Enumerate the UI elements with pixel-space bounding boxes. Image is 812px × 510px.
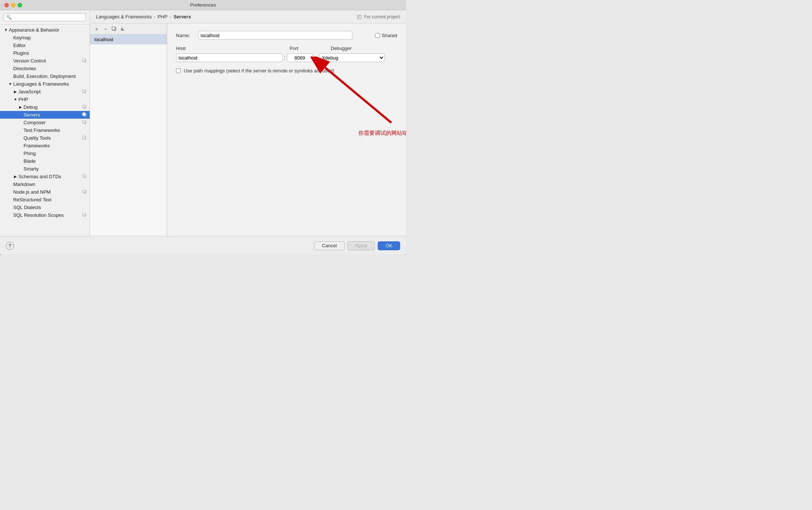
sidebar-item-nodejs-npm[interactable]: Node.js and NPM <box>0 188 90 196</box>
annotation-text: 你需要调试的网站端口 <box>358 130 406 137</box>
svg-rect-5 <box>83 105 85 108</box>
debugger-select[interactable]: XdebugZend Debugger <box>319 53 385 62</box>
sidebar-item-sql-dialects[interactable]: SQL Dialects <box>0 204 90 211</box>
breadcrumb-part3: Servers <box>173 14 191 19</box>
remove-server-button[interactable]: − <box>102 25 109 33</box>
sidebar-item-quality-tools[interactable]: Quality Tools <box>0 134 90 142</box>
ok-button[interactable]: OK <box>378 241 400 250</box>
sidebar-item-sql-resolution-scopes[interactable]: SQL Resolution Scopes <box>0 211 90 219</box>
sidebar-item-blade[interactable]: Blade <box>0 157 90 165</box>
svg-rect-18 <box>358 15 361 19</box>
arrow-icon: ▶ <box>13 175 18 179</box>
sidebar-item-label: Editor <box>13 43 87 48</box>
sidebar-item-php[interactable]: ▼PHP <box>0 96 90 103</box>
copy-icon <box>82 174 87 179</box>
arrow-icon: ▼ <box>13 97 18 102</box>
sidebar-item-frameworks[interactable]: Frameworks <box>0 142 90 150</box>
help-button[interactable]: ? <box>6 242 14 250</box>
sidebar-item-keymap[interactable]: Keymap <box>0 34 90 42</box>
port-input[interactable] <box>287 53 313 62</box>
arrow-icon: ▶ <box>18 105 23 109</box>
sidebar-item-version-control[interactable]: Version Control <box>0 57 90 65</box>
arrow-icon: ▶ <box>13 90 18 94</box>
host-input[interactable] <box>176 53 283 62</box>
main-content: Languages & Frameworks › PHP › Servers F… <box>90 10 406 236</box>
sidebar-item-languages-frameworks[interactable]: ▼Languages & Frameworks <box>0 80 90 88</box>
close-button[interactable] <box>4 3 9 7</box>
cancel-button[interactable]: Cancel <box>314 241 344 250</box>
sidebar-item-label: Build, Execution, Deployment <box>13 73 87 79</box>
arrow-icon: ▼ <box>4 28 8 32</box>
sidebar-item-servers[interactable]: Servers <box>0 111 90 119</box>
minimize-button[interactable] <box>11 3 15 7</box>
sidebar-item-debug[interactable]: ▶Debug <box>0 103 90 111</box>
port-col-label: Port <box>290 46 323 51</box>
sidebar-item-label: Directories <box>13 66 87 71</box>
colon-separator: : <box>283 55 287 61</box>
name-label: Name: <box>176 33 194 38</box>
sidebar-item-composer[interactable]: Composer <box>0 119 90 126</box>
breadcrumb-part2: PHP <box>158 14 168 19</box>
search-input[interactable] <box>4 13 86 21</box>
sidebar-item-label: Servers <box>24 112 82 118</box>
maximize-button[interactable] <box>18 3 22 7</box>
window-title: Preferences <box>190 2 216 8</box>
copy-icon <box>82 213 87 218</box>
server-list-panel: + − localhost <box>90 24 167 236</box>
copy-icon <box>82 190 87 195</box>
apply-button[interactable]: Apply <box>348 241 375 250</box>
copy-icon <box>82 105 87 110</box>
breadcrumb-sep1: › <box>154 14 155 19</box>
copy-icon <box>82 112 87 118</box>
path-mappings-row: Use path mappings (select if the server … <box>176 68 397 73</box>
sidebar-search-container <box>0 10 90 25</box>
svg-rect-9 <box>83 121 85 123</box>
sidebar-item-label: Schemas and DTDs <box>18 174 82 179</box>
for-project-label: For current project <box>357 14 400 19</box>
sidebar-item-plugins[interactable]: Plugins <box>0 49 90 57</box>
copy-icon <box>82 58 87 64</box>
svg-rect-11 <box>83 136 85 139</box>
sidebar-item-schemas-dtds[interactable]: ▶Schemas and DTDs <box>0 173 90 180</box>
server-list-item[interactable]: localhost <box>90 35 167 44</box>
server-panel: + − localhost <box>90 24 406 236</box>
sidebar-item-javascript[interactable]: ▶JavaScript <box>0 88 90 96</box>
sidebar-item-label: Frameworks <box>24 143 87 148</box>
sidebar-item-test-frameworks[interactable]: Test Frameworks <box>0 126 90 134</box>
bottom-right-buttons: Cancel Apply OK <box>314 241 400 250</box>
title-bar: Preferences <box>0 0 406 10</box>
sidebar-item-label: ReStructured Text <box>13 197 87 202</box>
bottom-bar: ? Cancel Apply OK <box>0 236 406 255</box>
sidebar-item-label: Phing <box>24 151 87 156</box>
sidebar-item-label: JavaScript <box>18 89 82 94</box>
sidebar-item-label: SQL Dialects <box>13 205 87 210</box>
copy-icon <box>82 120 87 125</box>
svg-rect-15 <box>83 190 85 193</box>
sidebar: ▼Appearance & BehaviorKeymapEditorPlugin… <box>0 10 90 236</box>
sidebar-item-smarty[interactable]: Smarty <box>0 165 90 173</box>
svg-line-24 <box>325 68 391 123</box>
name-row: Name: Shared <box>176 31 397 40</box>
sidebar-item-directories[interactable]: Directories <box>0 65 90 72</box>
column-labels: Host Port Debugger <box>176 46 397 51</box>
sidebar-item-restructured-text[interactable]: ReStructured Text <box>0 196 90 204</box>
sidebar-item-build-exec-deploy[interactable]: Build, Execution, Deployment <box>0 72 90 80</box>
breadcrumb: Languages & Frameworks › PHP › Servers F… <box>90 10 406 24</box>
path-mappings-checkbox[interactable] <box>176 68 181 73</box>
sidebar-item-appearance-behavior[interactable]: ▼Appearance & Behavior <box>0 26 90 34</box>
sidebar-item-label: PHP <box>18 97 87 102</box>
import-server-button[interactable] <box>119 25 127 33</box>
host-port-row: : XdebugZend Debugger <box>176 53 397 62</box>
sidebar-item-label: Version Control <box>13 58 82 64</box>
sidebar-item-editor[interactable]: Editor <box>0 42 90 49</box>
sidebar-item-label: Blade <box>24 158 87 164</box>
copy-server-button[interactable] <box>111 25 118 33</box>
add-server-button[interactable]: + <box>93 25 100 33</box>
sidebar-item-markdown[interactable]: Markdown <box>0 180 90 188</box>
name-input[interactable] <box>198 31 352 40</box>
sidebar-item-label: Languages & Frameworks <box>13 81 87 87</box>
sidebar-item-label: Debug <box>24 104 82 110</box>
sidebar-item-label: Plugins <box>13 50 87 56</box>
sidebar-item-phing[interactable]: Phing <box>0 150 90 157</box>
shared-checkbox[interactable] <box>375 33 380 38</box>
